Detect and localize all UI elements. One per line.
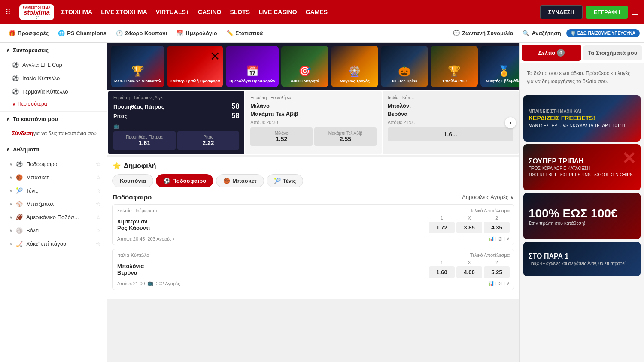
logo[interactable]: PAMESTOIXIMA stoixima .gr <box>19 4 54 20</box>
hamburger-icon[interactable]: ☰ <box>631 7 639 17</box>
odds-btn-2-x[interactable]: 4.00 <box>456 266 482 278</box>
promo-icon-5: 🎡 <box>348 65 361 77</box>
betslip-tab[interactable]: Δελτίο 0 <box>522 45 581 61</box>
promo-card-7[interactable]: 🏆 Έπαθλο PS5! <box>431 46 478 87</box>
match1-names: Χιμπέρνιαν Ρος Κάουντι <box>117 218 426 231</box>
odds-btn-1-x[interactable]: 3.85 <box>456 222 482 233</box>
promo-icon-7: 🏆 <box>448 65 461 77</box>
promo-label-4: 3.000€ Μετρητά <box>291 79 319 84</box>
popular-header: ⭐ Δημοφιλή <box>112 162 514 170</box>
promo-card-1[interactable]: 🏆 Man. Γιουν. vs Νιούκαστλ <box>111 46 164 87</box>
popular-tabs: Κουπόνια ⚽ Ποδόσφαιρο 🏀 Μπάσκετ 🎾 Τένις <box>112 174 514 187</box>
sidebar-item-italia[interactable]: ⚽ Ιταλία Κύπελλο <box>0 72 107 85</box>
chevron-up-icon: ∧ <box>6 47 10 54</box>
promo-banner-triple[interactable]: ΣΟΥΠΕΡ ΤΡΙΠΛΗ ΠΡΟΣΦΟΡΑ ΧΩΡΙΣ ΚΑΤΑΘΕΣΗ 10… <box>523 144 641 190</box>
odds-btn-2-1[interactable]: 1.60 <box>429 266 455 278</box>
promo-banner-100[interactable]: 100% ΕΩΣ 100€ Στην πρώτη σου κατάθεση! <box>523 193 641 239</box>
nav-link-slots[interactable]: SLOTS <box>230 9 250 15</box>
match1-body: Χιμπέρνιαν Ρος Κάουντι 1 1.72 Χ 3.85 <box>117 216 510 233</box>
sport-item-baseball[interactable]: ∨ ⚾ Μπέιζμπολ ☆ <box>0 197 107 211</box>
sidebar-item-germany[interactable]: ⚽ Γερμανία Κύπελλο <box>0 85 107 98</box>
prosfores-nav-item[interactable]: 🎁 Προσφορές <box>4 30 53 36</box>
nav-link-stoixima[interactable]: ΣΤΟΙΧΗΜΑ <box>61 9 92 15</box>
sport-item-basketball[interactable]: ∨ 🏀 Μπάσκετ ☆ <box>0 171 107 184</box>
ps-champions-nav-item[interactable]: 🌐 PS Champions <box>54 30 111 36</box>
promo-card-6[interactable]: 🎃 60 Free Spins <box>381 46 428 87</box>
promo-card-3[interactable]: 📅 Ημερολόγιο Προσφορών <box>226 46 279 87</box>
nav-link-live[interactable]: LIVE ΣΤΟΙΧΗΜΑ <box>101 9 147 15</box>
match2-markets-link[interactable]: 202 Αγορές › <box>156 281 183 286</box>
banner-100-subtitle: Στην πρώτη σου κατάθεση! <box>529 220 635 226</box>
coupons-section-header[interactable]: ∧ Τα κουπόνια μου <box>0 111 107 127</box>
banner-triple-detail: 10€ FREEBET +50 FREESPINS +50 GOLDEN CHI… <box>529 172 635 177</box>
login-button[interactable]: ΣΥΝΔΕΣΗ <box>540 5 583 19</box>
register-button[interactable]: ΕΓΓΡΑΦΗ <box>586 6 628 19</box>
nav-link-live-casino[interactable]: LIVE CASINO <box>258 9 297 15</box>
basketball-tab-icon: 🏀 <box>223 178 230 184</box>
nav-link-games[interactable]: GAMES <box>306 9 328 15</box>
chevron-down-basketball-icon: ∨ <box>9 175 12 180</box>
calendar-icon: 📅 <box>176 30 183 36</box>
promo-banner-ps[interactable]: ΜΠΑΙΝΕΙΣ ΣΤΗ ΜΑΧΗ ΚΑΙ ΚΕΡΔΙΖΕΙΣ FREEBETS… <box>523 95 641 142</box>
my-bets-tab[interactable]: Τα Στοιχήματά μου <box>583 45 643 60</box>
fav-hockey-icon[interactable]: ☆ <box>96 241 101 247</box>
chat-nav-item[interactable]: 💬 Ζωντανή Συνομιλία <box>449 30 517 36</box>
match1-h2h[interactable]: 📊 H2H ∨ <box>488 236 510 241</box>
match2-odds-btn-2[interactable]: Μακάμπι Τελ Αβίβ 2.55 <box>314 127 377 146</box>
promo-card-2[interactable]: ✕ Σούπερ Τριπλή Προσφορά <box>167 46 223 87</box>
sport-item-hockey[interactable]: ∨ 🏒 Χόκεϊ επί πάγου ☆ <box>0 237 107 250</box>
match1-odds-btn-2[interactable]: Ρίτας 2.22 <box>177 131 240 150</box>
sidebar-item-efl[interactable]: ⚽ Αγγλία EFL Cup <box>0 58 107 72</box>
promo-card-4[interactable]: 🎯 3.000€ Μετρητά <box>281 46 328 87</box>
chevron-up-coupons-icon: ∧ <box>6 116 10 122</box>
promo-strip: 🏆 Man. Γιουν. vs Νιούκαστλ ✕ Σούπερ Τριπ… <box>107 43 519 90</box>
globe-icon: 🌐 <box>58 30 65 36</box>
popular-markets-label[interactable]: Δημοφιλείς Αγορές ∨ <box>462 194 514 200</box>
search-nav-item[interactable]: 🔍 Αναζήτηση <box>518 30 565 36</box>
match2-team1-name: Μιλάνο <box>250 103 270 109</box>
promo-card-8[interactable]: 🏅 Νικητής Εβδομάδας <box>480 46 519 87</box>
live-match-nav-arrow[interactable]: › <box>505 117 516 128</box>
fav-amfoot-icon[interactable]: ☆ <box>96 214 101 220</box>
match2-h2h[interactable]: 📊 H2H ∨ <box>488 281 510 286</box>
promo-icon-4: 🎯 <box>298 65 311 77</box>
responsible-gaming-badge[interactable]: 🛡️ ΕΔΩ ΠΑΙΖΟΥΜΕ ΥΠΕΥΘΥΝΑ <box>566 29 640 37</box>
secondary-nav: 🎁 Προσφορές 🌐 PS Champions 🕐 24ωρο Κουπό… <box>0 24 644 43</box>
odds-btn-1-2[interactable]: 4.35 <box>484 222 510 233</box>
fav-basketball-icon[interactable]: ☆ <box>96 174 101 181</box>
fav-football-icon[interactable]: ☆ <box>96 161 101 167</box>
fav-tennis-icon[interactable]: ☆ <box>96 187 101 194</box>
stats-nav-item[interactable]: ✏️ Στατιστικά <box>222 30 267 36</box>
promo-banner-para[interactable]: ΣΤΟ ΠΑΡΑ 1 Παίξε 4+ αγώνες και αν χάσεις… <box>523 242 641 276</box>
match1-markets-link[interactable]: 203 Αγορές › <box>147 236 174 241</box>
sports-header[interactable]: ∧ Αθλήματα <box>0 142 107 157</box>
nav-link-casino[interactable]: CASINO <box>198 9 221 15</box>
fav-baseball-icon[interactable]: ☆ <box>96 201 101 207</box>
promo-card-5[interactable]: 🎡 Μαγικός Τροχός <box>331 46 378 87</box>
coupon24-nav-item[interactable]: 🕐 24ωρο Κουπόνι <box>112 30 171 36</box>
nav-link-virtuals[interactable]: VIRTUALS+ <box>156 9 189 15</box>
sport-item-volleyball[interactable]: ∨ 🏐 Βόλεϊ ☆ <box>0 224 107 237</box>
more-shortcuts[interactable]: ∨ Περισσότερα <box>0 98 107 111</box>
fav-volleyball-icon[interactable]: ☆ <box>96 227 101 234</box>
shortcuts-header[interactable]: ∧ Συντομεύσεις <box>0 43 107 58</box>
coupons-login-link[interactable]: Σύνδεση <box>12 130 33 136</box>
sport-item-tennis[interactable]: ∨ 🎾 Τένις ☆ <box>0 184 107 197</box>
tab-tennis[interactable]: 🎾 Τένις <box>267 174 303 187</box>
odds-btn-2-2[interactable]: 5.25 <box>484 266 510 278</box>
banner-para-subtitle: Παίξε 4+ αγώνες και αν χάσεις έναν, θα ε… <box>529 261 635 266</box>
calendar-nav-item[interactable]: 📅 Ημερολόγιο <box>172 30 221 36</box>
tab-coupons[interactable]: Κουπόνια <box>112 174 153 187</box>
sport-item-american-football[interactable]: ∨ 🏈 Αμερικάνικο Ποδόσ... ☆ <box>0 211 107 224</box>
tab-football[interactable]: ⚽ Ποδόσφαιρο <box>156 174 213 187</box>
hamburger-grid-icon[interactable]: ⠿ <box>5 7 11 17</box>
match2-odds-row: Μιλάνο 1.52 Μακάμπι Τελ Αβίβ 2.55 <box>250 127 376 146</box>
odds-btn-1-1[interactable]: 1.72 <box>429 222 455 233</box>
bar-chart-icon-1: 📊 <box>488 236 494 241</box>
sport-item-football[interactable]: ∨ ⚽ Ποδόσφαιρο ☆ <box>0 157 107 171</box>
tab-basketball[interactable]: 🏀 Μπάσκετ <box>216 174 264 187</box>
match2-odds-btn-1[interactable]: Μιλάνο 1.52 <box>250 127 313 146</box>
match3-team1-name: Μπολόνι <box>388 103 411 109</box>
match1-odds-btn-1[interactable]: Προμηθέας Πάτρας 1.61 <box>113 131 176 150</box>
match3-odds-btn-1[interactable]: 1.6... <box>388 127 513 141</box>
